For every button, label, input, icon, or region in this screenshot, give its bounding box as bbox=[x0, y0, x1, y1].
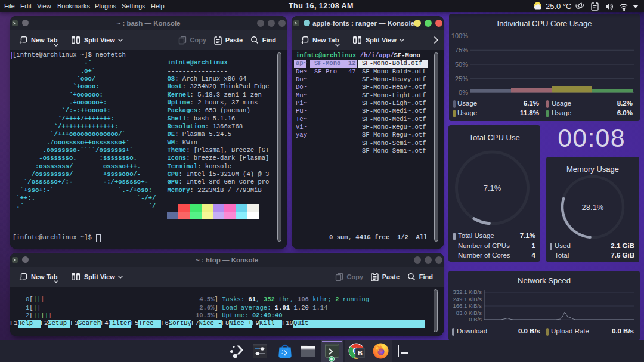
svg-text:0%: 0% bbox=[459, 89, 468, 96]
svg-text:249.1 KiB/s: 249.1 KiB/s bbox=[453, 296, 482, 302]
svg-text:100%: 100% bbox=[451, 32, 468, 39]
svg-text:75%: 75% bbox=[455, 47, 468, 54]
svg-text:166.1 KiB/s: 166.1 KiB/s bbox=[453, 302, 482, 309]
svg-text:25%: 25% bbox=[455, 75, 468, 82]
svg-text:50%: 50% bbox=[455, 61, 468, 68]
svg-text:83.0 KiB/s: 83.0 KiB/s bbox=[456, 310, 482, 316]
svg-text:B: B bbox=[358, 349, 363, 357]
svg-text:28.1%: 28.1% bbox=[582, 203, 604, 212]
svg-text:332.1 KiB/s: 332.1 KiB/s bbox=[453, 289, 482, 295]
svg-text:7.1%: 7.1% bbox=[484, 184, 501, 193]
svg-text:0 B/s: 0 B/s bbox=[469, 316, 482, 323]
svg-text:25.0 °C: 25.0 °C bbox=[546, 2, 572, 11]
